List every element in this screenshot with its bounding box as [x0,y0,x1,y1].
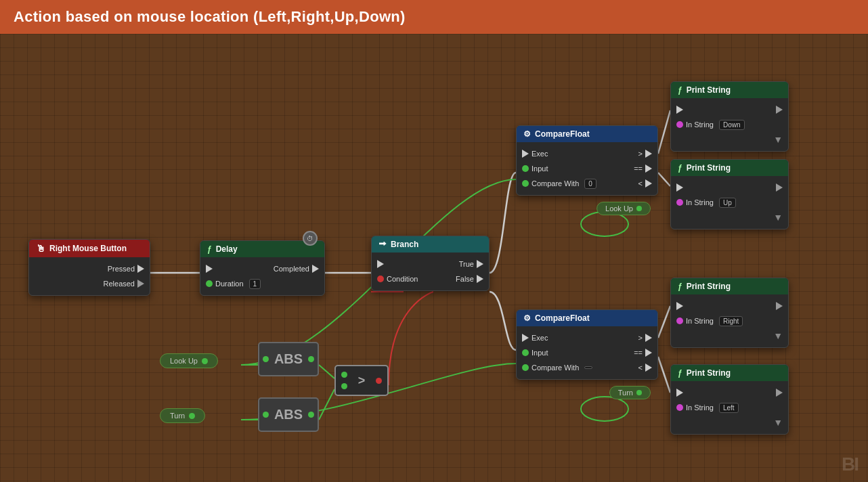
print-up-body: In String Up ▼ [671,176,788,229]
bottom-logo: BI [842,454,858,475]
print-right-header: ƒ Print String [671,278,788,294]
print-down-str-pin [676,121,683,128]
comparefloat-bottom-header: ⚙ CompareFloat [517,310,657,326]
delay-out-pin [312,265,319,273]
print-up-str-pin [676,199,683,206]
print-right-str-pin [676,317,683,324]
gt-label: > [358,374,366,388]
turn-output-bubble: Turn [609,386,651,399]
svg-point-1 [581,397,628,421]
abs-bot-in-pin [263,412,269,418]
print-left-node[interactable]: ƒ Print String In String Left ▼ [670,364,789,435]
print-down-node[interactable]: ƒ Print String In String Down ▼ [670,81,789,152]
abs-top-label: ABS [269,351,308,367]
lookup-input-label: Look Up [160,353,218,368]
right-mouse-header: 🖱 Right Mouse Button [29,240,150,257]
comparefloat-bottom-node[interactable]: ⚙ CompareFloat Exec > Input == [516,309,658,380]
print-right-str-row: In String Right [671,313,788,328]
print-up-exec-row [671,180,788,195]
lookup-output-bubble: Look Up [596,202,651,215]
pressed-pin [137,265,144,273]
gt-inputs [341,372,347,389]
duration-pin [206,280,213,287]
print-down-in [676,106,683,114]
cf-bot-input-pin [522,349,529,356]
lookup-input-node[interactable]: Look Up [160,353,218,368]
delay-node[interactable]: ⏱ ƒ Delay Completed Duration 1 [200,240,325,296]
print-left-body: In String Left ▼ [671,381,788,434]
print-down-body: In String Down ▼ [671,98,788,151]
print-left-exec-row [671,385,788,400]
mouse-icon: 🖱 [36,243,45,254]
main-container: Action based on mouse location (Left,Rig… [0,0,868,482]
print-down-out [776,106,783,114]
print-left-out [776,389,783,397]
cf-top-compare-pin [522,180,529,187]
branch-body: True Condition False [372,253,489,290]
print-left-str-row: In String Left [671,400,788,415]
print-right-expand: ▼ [671,328,788,343]
cf-bot-input-row: Input == [517,345,657,360]
turn-output-pin [636,390,642,395]
branch-true-pin [477,260,483,268]
abs-top-in-pin [263,356,269,362]
print-down-expand: ▼ [671,132,788,147]
print-left-str-pin [676,404,683,411]
print-right-body: In String Right ▼ [671,294,788,347]
branch-false-pin [477,275,483,283]
delay-body: Completed Duration 1 [200,257,324,295]
comparefloat-top-header: ⚙ CompareFloat [517,126,657,142]
delay-in-pin [206,265,213,273]
title-bar: Action based on mouse location (Left,Rig… [0,0,868,34]
print-left-in [676,389,683,397]
abs-bot-out-pin [308,412,314,418]
print-up-node[interactable]: ƒ Print String In String Up ▼ [670,159,789,229]
gt-in1-pin [341,372,347,378]
print-right-node[interactable]: ƒ Print String In String Right ▼ [670,278,789,348]
branch-header: ⮕ Branch [372,236,489,253]
print-up-header: ƒ Print String [671,160,788,176]
cf-top-lt-pin [645,179,652,188]
print-right-in [676,302,683,310]
cf-bot-in-pin [522,334,529,342]
abs-top-out-pin [308,356,314,362]
greater-than-node[interactable]: > [334,365,389,396]
lookup-output-pin [636,206,642,211]
branch-in-pin [377,260,384,268]
print-up-expand: ▼ [671,210,788,225]
canvas-area[interactable]: 🖱 Right Mouse Button Pressed Released ⏱ … [0,34,868,482]
comparefloat-top-node[interactable]: ⚙ CompareFloat Exec > Input == [516,125,658,196]
print-left-header: ƒ Print String [671,365,788,381]
right-mouse-node[interactable]: 🖱 Right Mouse Button Pressed Released [28,239,150,296]
clock-icon: ⏱ [303,231,318,246]
abs-bottom-node[interactable]: ABS [258,397,319,432]
print-up-in [676,183,683,192]
print-up-str-row: In String Up [671,195,788,210]
svg-point-0 [581,212,628,236]
branch-condition-row: Condition False [372,271,489,286]
print-down-str-row: In String Down [671,117,788,132]
delay-duration-row: Duration 1 [200,276,324,291]
right-mouse-body: Pressed Released [29,257,150,295]
turn-input-node[interactable]: Turn [160,408,205,423]
cf-top-compare-row: Compare With 0 < [517,176,657,191]
cf-top-eq-pin [645,165,652,173]
print-left-expand: ▼ [671,415,788,430]
cf-bot-compare-row: Compare With < [517,360,657,375]
abs-top-node[interactable]: ABS [258,342,319,376]
print-down-exec-row [671,102,788,117]
released-row: Released [29,276,150,291]
cf-top-gt-pin [645,150,652,158]
branch-exec-row: True [372,257,489,271]
released-pin [137,280,144,288]
print-right-exec-row [671,299,788,313]
cf-bot-compare-pin [522,364,529,371]
comparefloat-top-body: Exec > Input == Compare With 0 [517,142,657,195]
comparefloat-bottom-body: Exec > Input == Compare With [517,326,657,379]
cf-top-input-pin [522,165,529,172]
branch-node[interactable]: ⮕ Branch True Condition False [371,236,490,291]
gt-body: > [334,365,389,396]
turn-input-pin [189,413,195,419]
gt-out-pin [376,378,382,384]
cf-bot-lt-pin [645,364,652,372]
